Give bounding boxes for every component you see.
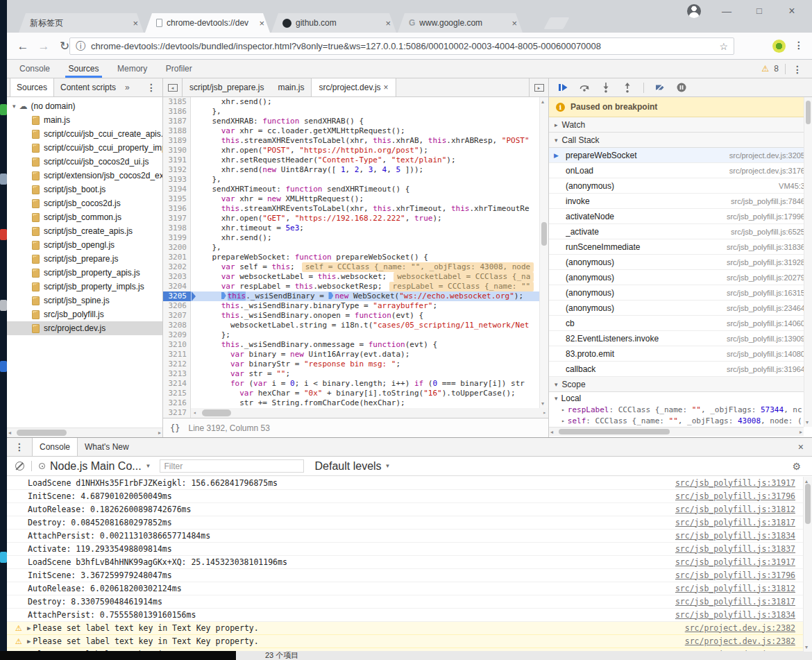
console-settings-gear-icon[interactable]: ⚙: [792, 461, 801, 472]
code-line[interactable]: 3210 this._wsiSendBinary.onmessage = fun…: [163, 340, 548, 350]
line-number[interactable]: 3207: [163, 311, 191, 321]
line-number[interactable]: 3214: [163, 379, 191, 389]
editor-tab[interactable]: src/project.dev.js×: [311, 78, 396, 96]
line-number[interactable]: 3187: [163, 117, 191, 126]
scroll-up-icon[interactable]: ▴: [541, 97, 544, 106]
scrollbar-thumb[interactable]: [17, 430, 67, 436]
line-number[interactable]: 3211: [163, 350, 191, 359]
page-info-icon[interactable]: ⓘ: [76, 40, 85, 53]
line-number[interactable]: 3203: [163, 272, 191, 282]
tab-memory[interactable]: Memory: [115, 60, 150, 78]
line-number[interactable]: 3210: [163, 340, 191, 350]
code-line[interactable]: 3206 this._wsiSendBinary.binaryType = "a…: [163, 301, 548, 311]
code-line[interactable]: 3208 websocketLabel.string = i18n.t("cas…: [163, 321, 548, 330]
frame-location[interactable]: src/jsb_polyfill.js:16315: [727, 289, 805, 297]
frame-location[interactable]: src/jsb_polyfill.js:31836: [727, 243, 805, 251]
scroll-right-icon[interactable]: ▸: [800, 428, 802, 437]
file-tree-item[interactable]: script/jsb_property_apis.js: [7, 266, 162, 280]
sidebar-vertical-scrollbar[interactable]: ▾: [804, 97, 812, 427]
frame-location[interactable]: src/jsb_polyfill.js:7846: [731, 197, 805, 205]
browser-tab[interactable]: chrome-devtools://dev×: [145, 13, 270, 33]
maximize-button[interactable]: □: [749, 3, 770, 19]
scroll-left-icon[interactable]: ◂: [8, 428, 11, 437]
code-line[interactable]: 3186 },: [163, 107, 548, 117]
line-number[interactable]: 3185: [163, 97, 191, 107]
scrollbar-thumb[interactable]: [806, 101, 811, 124]
call-stack-frame[interactable]: invokesrc/jsb_polyfill.js:7846: [549, 194, 812, 209]
call-stack-frame[interactable]: cbsrc/jsb_polyfill.js:14060: [549, 316, 812, 331]
line-number[interactable]: 3206: [163, 301, 191, 311]
frame-location[interactable]: src/jsb_polyfill.js:23464: [727, 304, 805, 312]
line-number[interactable]: 3194: [163, 185, 191, 194]
chevron-right-icon[interactable]: ▸: [555, 121, 558, 128]
file-tree-item[interactable]: script/jsb_common.js: [7, 210, 162, 224]
dropdown-caret-icon[interactable]: ▼: [385, 463, 391, 469]
scope-local-row[interactable]: ▾ Local: [549, 392, 812, 405]
code-line[interactable]: 3197 xhr.open("GET", "https://192.168.22…: [163, 214, 548, 223]
line-number[interactable]: 3199: [163, 233, 191, 243]
frame-location[interactable]: src/jsb_polyfill.js:31928: [727, 258, 805, 266]
code-line[interactable]: 3215 var hexChar = "0x" + binary[i].toSt…: [163, 389, 548, 398]
code-line[interactable]: 3192 xhr.send(new Uint8Array([ 1, 2, 3, …: [163, 165, 548, 175]
code-line[interactable]: 3191 xhr.setRequestHeader("Content-Type"…: [163, 155, 548, 165]
call-stack-frame[interactable]: ▶prepareWebSocketsrc/project.dev.js:3205: [549, 148, 812, 163]
navigator-tab-content-scripts[interactable]: Content scripts: [54, 78, 122, 96]
call-stack-frame[interactable]: runSceneImmediatesrc/jsb_polyfill.js:318…: [549, 239, 812, 255]
line-number[interactable]: 3186: [163, 107, 191, 117]
scope-variable[interactable]: ▸self: CCClass {_name: "", _objFlags: 43…: [549, 416, 812, 427]
browser-tab[interactable]: Gwww.google.com×: [398, 13, 523, 33]
frame-location[interactable]: src/jsb_polyfill.js:31964: [727, 365, 805, 373]
chevron-down-icon[interactable]: ▾: [555, 381, 558, 388]
file-tree-item[interactable]: script/jsb_cocos2d.js: [7, 196, 162, 210]
dropdown-caret-icon[interactable]: ▼: [146, 463, 151, 469]
console-source-link[interactable]: src/project.dev.js:2382: [685, 635, 795, 648]
code-line[interactable]: 3194 sendXHRTimeout: function sendXHRTim…: [163, 185, 548, 194]
deactivate-breakpoints-button[interactable]: [654, 82, 666, 93]
console-vertical-scrollbar[interactable]: ▴ ▾: [803, 477, 812, 652]
extension-icon[interactable]: [772, 40, 786, 53]
hide-navigator-button[interactable]: ◂: [163, 78, 183, 96]
console-source-link[interactable]: src/jsb_polyfill.js:31796: [675, 490, 795, 503]
execution-line[interactable]: 3205 this._wsiSendBinary = new WebSocket…: [163, 291, 548, 301]
code-line[interactable]: 3188 var xhr = cc.loader.getXMLHttpReque…: [163, 126, 548, 136]
call-stack-section-header[interactable]: ▾ Call Stack: [549, 133, 812, 148]
resume-button[interactable]: [557, 82, 568, 93]
line-number[interactable]: 3212: [163, 359, 191, 369]
line-number[interactable]: 3192: [163, 165, 191, 175]
tab-sources[interactable]: Sources: [65, 60, 101, 78]
code-line[interactable]: 3200 },: [163, 243, 548, 253]
editor-tab[interactable]: main.js: [271, 78, 311, 96]
line-number[interactable]: 3189: [163, 136, 191, 146]
tab-close-icon[interactable]: ×: [385, 18, 391, 28]
warning-count-badge[interactable]: ⚠ 8: [761, 60, 779, 78]
console-source-link[interactable]: src/jsb_polyfill.js:31834: [675, 609, 795, 622]
line-number[interactable]: 3200: [163, 243, 191, 253]
browser-tab[interactable]: github.com×: [271, 13, 396, 33]
line-number[interactable]: 3202: [163, 262, 191, 272]
file-tree-item[interactable]: script/jsb_property_impls.js: [7, 280, 162, 294]
address-bar[interactable]: ⓘ chrome-devtools://devtools/bundled/ins…: [69, 37, 734, 55]
chevron-down-icon[interactable]: ▾: [555, 137, 558, 144]
code-line[interactable]: 3199 xhr.send();: [163, 233, 548, 243]
frame-location[interactable]: src/project.dev.js:3176: [729, 167, 805, 175]
file-tree-item[interactable]: script/jsb_create_apis.js: [7, 224, 162, 238]
line-number[interactable]: 3215: [163, 389, 191, 398]
chevron-right-icon[interactable]: ▸: [561, 416, 565, 427]
call-stack-frame[interactable]: (anonymous)src/jsb_polyfill.js:20279: [549, 270, 812, 285]
scroll-down-icon[interactable]: ▾: [806, 418, 809, 427]
pause-on-exceptions-button[interactable]: [676, 82, 687, 93]
continue-to-here-marker[interactable]: [328, 292, 333, 299]
chevron-right-icon[interactable]: ▸: [561, 405, 565, 416]
console-source-link[interactable]: src/project.dev.js:2382: [685, 622, 795, 635]
console-source-link[interactable]: src/jsb_polyfill.js:31817: [675, 516, 795, 530]
watch-section-header[interactable]: ▸ Watch: [549, 117, 812, 133]
clear-console-icon[interactable]: [15, 462, 24, 471]
line-number[interactable]: 3205: [163, 291, 191, 301]
code-line[interactable]: 3214 for (var i = 0; i < binary.length; …: [163, 379, 548, 389]
chevron-down-icon[interactable]: ▾: [12, 103, 16, 110]
scrollbar-thumb[interactable]: [559, 429, 670, 434]
tab-profiler[interactable]: Profiler: [163, 60, 195, 78]
code-line[interactable]: 3209 };: [163, 330, 548, 340]
console-source-link[interactable]: src/jsb_polyfill.js:31837: [675, 543, 795, 556]
console-source-link[interactable]: src/jsb_polyfill.js:31812: [675, 582, 795, 595]
